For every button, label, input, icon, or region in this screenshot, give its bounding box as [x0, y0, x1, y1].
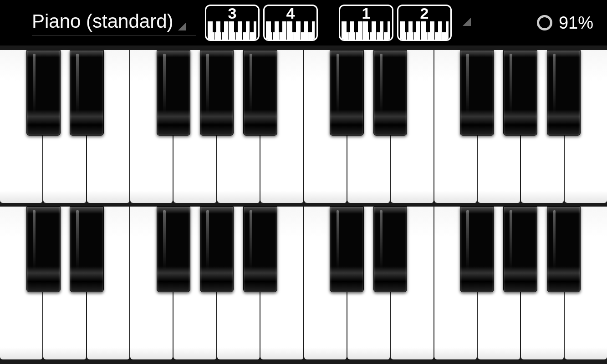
octave-button-3[interactable]: 3	[205, 5, 260, 41]
octave-button-4[interactable]: 4	[263, 5, 318, 41]
dropdown-triangle-icon	[178, 22, 186, 30]
black-key[interactable]	[26, 50, 61, 136]
octave-pair-top: 3 4	[205, 5, 318, 41]
keyboard-area	[0, 46, 607, 364]
black-key[interactable]	[243, 207, 277, 292]
instrument-label: Piano (standard)	[32, 10, 173, 32]
black-key[interactable]	[70, 207, 104, 292]
octave-number: 1	[362, 5, 371, 21]
mini-keyboard-icon	[342, 21, 391, 40]
black-key[interactable]	[460, 207, 494, 292]
black-key[interactable]	[243, 50, 277, 136]
black-key[interactable]	[503, 207, 537, 292]
loading-circle-icon	[537, 15, 552, 30]
dropdown-triangle-icon	[463, 18, 471, 26]
mini-keyboard-icon	[266, 21, 315, 40]
octave-number: 2	[420, 5, 429, 21]
black-key[interactable]	[330, 50, 364, 136]
black-key[interactable]	[547, 207, 581, 292]
top-toolbar: Piano (standard) 3 4 1 2	[0, 0, 607, 46]
black-key[interactable]	[503, 50, 537, 136]
percent-label: 91%	[559, 13, 593, 33]
octave-button-2[interactable]: 2	[397, 5, 452, 41]
black-key[interactable]	[330, 207, 364, 292]
keyboard-row-top	[0, 50, 607, 203]
black-key[interactable]	[200, 207, 234, 292]
mini-keyboard-icon	[208, 21, 257, 40]
keyboard-row-bottom	[0, 207, 607, 359]
octave-button-group: 3 4 1 2	[205, 5, 452, 41]
black-key[interactable]	[547, 50, 581, 136]
black-key[interactable]	[26, 207, 61, 292]
black-key[interactable]	[373, 207, 408, 292]
black-key[interactable]	[157, 50, 191, 136]
octave-button-1[interactable]: 1	[339, 5, 393, 41]
status-group: 91%	[537, 13, 593, 33]
octave-number: 4	[286, 5, 295, 21]
mini-keyboard-icon	[400, 21, 449, 40]
black-key[interactable]	[373, 50, 408, 136]
instrument-selector[interactable]: Piano (standard)	[32, 10, 196, 35]
black-key[interactable]	[157, 207, 191, 292]
octave-pair-bottom: 1 2	[339, 5, 452, 41]
black-key[interactable]	[460, 50, 494, 136]
black-key[interactable]	[70, 50, 104, 136]
octave-number: 3	[228, 5, 237, 21]
black-key[interactable]	[200, 50, 234, 136]
